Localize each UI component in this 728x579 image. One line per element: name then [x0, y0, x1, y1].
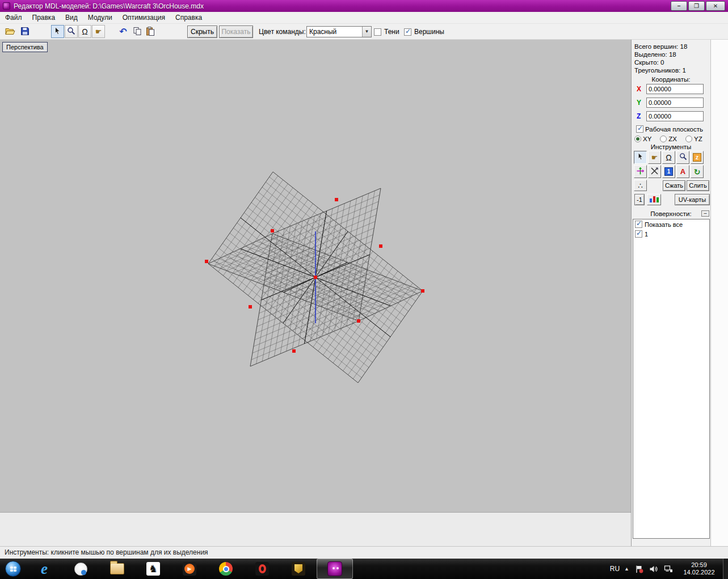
panel-rotate-tool-button[interactable]: Ω: [662, 151, 675, 164]
language-indicator[interactable]: RU: [610, 565, 620, 573]
taskbar-app-file-manager[interactable]: [99, 559, 135, 579]
mdl-editor-window: Редактор MDL-моделей: D:\Games\Warcraft …: [0, 0, 728, 579]
media-player-icon: ▶: [183, 562, 196, 576]
select-tool-button[interactable]: [51, 25, 64, 38]
taskbar-app-chrome[interactable]: [208, 559, 244, 579]
menu-modules[interactable]: Модули: [83, 12, 117, 23]
move-axes-icon: [636, 167, 645, 177]
show-desktop-button[interactable]: [723, 559, 728, 579]
menu-file[interactable]: Файл: [0, 12, 27, 23]
open-folder-icon: [5, 27, 15, 37]
save-file-button[interactable]: [18, 25, 32, 39]
panel-select-tool-button[interactable]: [634, 151, 647, 164]
plane-yz-label: YZ: [694, 136, 702, 142]
tray-expand-icon[interactable]: ▲: [624, 566, 629, 572]
z-axis-label: Z: [637, 112, 641, 120]
coordinate-z-input[interactable]: [646, 111, 704, 121]
show-all-row[interactable]: Показать все: [633, 219, 709, 229]
team-color-label: Цвет команды:: [259, 24, 306, 40]
team-color-select[interactable]: Красный ▼: [306, 26, 372, 37]
plane-zx-radio[interactable]: [660, 136, 667, 142]
undo-button[interactable]: ↶: [116, 25, 130, 39]
action-center-flag-icon[interactable]: [634, 564, 644, 574]
taskbar-app-internet-explorer[interactable]: e: [26, 559, 62, 579]
chrome-icon: [219, 562, 233, 576]
menu-help[interactable]: Справка: [170, 12, 207, 23]
rotate-view-button[interactable]: Ω: [78, 25, 91, 38]
taskbar-app-media-player[interactable]: ▶: [171, 559, 208, 579]
snap-dots-icon: ∴: [638, 181, 642, 190]
menu-bar: Файл Правка Вид Модули Оптимизация Справ…: [0, 12, 728, 24]
scale-arrows-icon: [650, 167, 659, 177]
coordinate-y-input[interactable]: [646, 98, 704, 108]
panel-scale-tool-button[interactable]: [648, 165, 661, 178]
system-tray: RU ▲ 20:59 14.02.2022: [610, 559, 720, 579]
status-text: Инструменты: кликните мышью по вершинам …: [5, 548, 208, 556]
taskbar: e ♞ ▶ RU ▲: [0, 559, 728, 579]
surface-1-checkbox[interactable]: [635, 230, 642, 238]
panel-snap-button[interactable]: ∴: [634, 180, 647, 191]
start-button[interactable]: [0, 559, 26, 579]
paste-button[interactable]: [144, 25, 157, 39]
x-axis-label: X: [637, 85, 641, 93]
panel-zoom-tool-button[interactable]: [676, 151, 689, 164]
menu-edit[interactable]: Правка: [27, 12, 61, 23]
vertices-checkbox[interactable]: [404, 28, 411, 36]
histogram-icon: [649, 195, 659, 205]
minimize-button[interactable]: –: [671, 1, 687, 11]
show-all-checkbox[interactable]: [635, 221, 642, 228]
show-button[interactable]: Показать: [219, 26, 253, 38]
menu-optimization[interactable]: Оптимизация: [117, 12, 170, 23]
panel-pan-tool-button[interactable]: ☛: [648, 151, 661, 164]
wireframe-model[interactable]: [0, 40, 631, 512]
zoom-tool-button[interactable]: [65, 25, 78, 38]
taskbar-clock[interactable]: 20:59 14.02.2022: [678, 561, 720, 576]
plane-yz-radio[interactable]: [685, 136, 692, 142]
hide-button[interactable]: Скрыть: [187, 26, 217, 38]
panel-move-tool-button[interactable]: [634, 165, 647, 178]
floppy-disk-icon: [20, 27, 30, 37]
panel-z-depth-button[interactable]: z: [691, 151, 704, 164]
surface-item-row[interactable]: 1: [633, 229, 709, 239]
plane-xy-radio[interactable]: [634, 136, 641, 142]
histogram-button[interactable]: [647, 194, 661, 205]
z-depth-icon: z: [693, 153, 701, 162]
cursor-arrow-icon: [637, 153, 645, 162]
taskbar-app-warcraft3[interactable]: [280, 559, 317, 579]
copy-button[interactable]: [131, 25, 144, 39]
volume-icon[interactable]: [649, 564, 659, 574]
taskbar-app-mdl-editor[interactable]: [317, 559, 353, 579]
menu-view[interactable]: Вид: [60, 12, 83, 23]
maximize-button[interactable]: ❐: [688, 1, 705, 11]
undo-arrow-icon: ↶: [119, 27, 127, 36]
messenger-icon: [74, 563, 87, 576]
paste-clipboard-icon: [146, 27, 155, 37]
taskbar-app-chess[interactable]: ♞: [135, 559, 171, 579]
taskbar-app-messenger[interactable]: [62, 559, 99, 579]
work-plane-checkbox[interactable]: [636, 125, 643, 133]
panel-refresh-button[interactable]: ↻: [691, 165, 704, 178]
pan-tool-button[interactable]: ☛: [92, 25, 105, 38]
taskbar-app-opera[interactable]: [244, 559, 280, 579]
close-button[interactable]: ✕: [706, 1, 725, 11]
merge-button[interactable]: Слить: [687, 180, 709, 191]
network-icon[interactable]: [663, 564, 674, 574]
titlebar[interactable]: Редактор MDL-моделей: D:\Games\Warcraft …: [0, 0, 728, 12]
plane-zx-label: ZX: [668, 136, 677, 142]
viewport-3d[interactable]: Перспектива: [0, 40, 631, 512]
play-icon: ▶: [188, 567, 192, 572]
shadows-checkbox[interactable]: [374, 28, 381, 36]
chevron-down-icon[interactable]: ▼: [362, 27, 371, 37]
surfaces-collapse-button[interactable]: –: [701, 210, 709, 217]
compress-button[interactable]: Сжать: [663, 180, 685, 191]
rotate-icon: Ω: [666, 154, 671, 162]
mdl-editor-icon: [327, 561, 342, 576]
perspective-label[interactable]: Перспектива: [2, 42, 48, 52]
surfaces-list[interactable]: Показать все 1: [633, 219, 710, 539]
coordinate-x-input[interactable]: [646, 84, 704, 94]
open-file-button[interactable]: [3, 25, 17, 39]
panel-lock-button[interactable]: A: [676, 165, 689, 178]
uv-maps-button[interactable]: UV-карты: [675, 194, 710, 205]
panel-extrude-button[interactable]: 1: [662, 165, 675, 178]
minus-one-button[interactable]: -1: [634, 194, 645, 205]
